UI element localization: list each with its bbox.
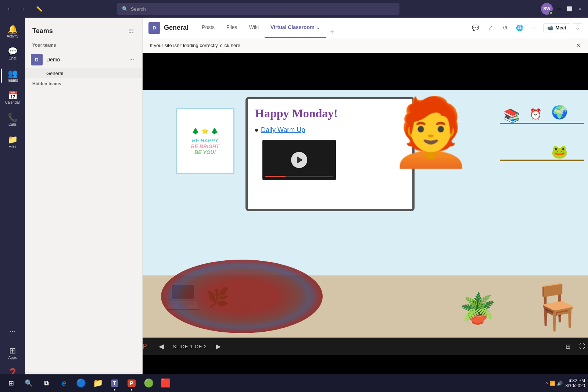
more-actions-button[interactable]: ···	[528, 22, 540, 34]
sidebar-label-teams: Teams	[7, 78, 18, 82]
banner-close-button[interactable]: ✕	[576, 42, 581, 49]
slideshow-container: 🌲 ⭐ 🌲 BE HAPPY BE BRIGHT BE YOU! Happy M…	[143, 53, 588, 392]
shelf-area: 📚 ⏰ 🌍 🐸	[496, 90, 588, 185]
next-slide-button[interactable]: ▶	[213, 341, 224, 352]
close-button[interactable]: ✕	[576, 5, 584, 13]
taskbar-app-explorer[interactable]: 📁	[90, 375, 106, 391]
sidebar-item-teams[interactable]: 👥 Teams	[1, 65, 24, 87]
avatar[interactable]: SW	[541, 3, 553, 15]
tab-posts[interactable]: Posts	[196, 18, 220, 38]
tab-files[interactable]: Files	[220, 18, 243, 38]
character-emoji: 🧑‍🦰	[390, 95, 472, 169]
tab-posts-label: Posts	[202, 24, 215, 30]
taskbar-app-red[interactable]: 🟥	[157, 375, 173, 391]
edit-button[interactable]: ✏️	[34, 4, 44, 14]
files-icon: 📁	[8, 136, 18, 144]
maximize-button[interactable]: ⬜	[566, 5, 573, 13]
task-view-icon: ⧉	[44, 379, 49, 387]
sidebar-item-chat[interactable]: 💬 Chat	[1, 43, 24, 65]
teams-active-dot	[114, 389, 115, 391]
books-icon: 📚	[503, 108, 520, 124]
teams-taskbar-icon: T	[111, 379, 119, 387]
be-happy-line1: BE HAPPY	[192, 138, 218, 143]
tree-icon-2: 🌲	[211, 128, 218, 135]
start-icon: ⊞	[8, 379, 14, 387]
plant-area: 🪴	[459, 291, 496, 326]
web-button[interactable]: 🌐	[514, 22, 526, 34]
forward-button[interactable]: →	[18, 4, 28, 14]
start-button[interactable]: ⊞	[3, 375, 19, 391]
meet-label: Meet	[555, 25, 566, 31]
rug	[161, 260, 323, 333]
slideshow-controls: P ◀ SLIDE 1 OF 2 ▶ ⊞ ⛶	[143, 338, 588, 355]
taskbar-app-chrome[interactable]: 🔵	[73, 375, 89, 391]
sidebar-label-calls: Calls	[8, 122, 17, 126]
more-icon: ···	[10, 327, 15, 335]
sidebar-label-activity: Activity	[7, 34, 18, 38]
network-icon[interactable]: 📶	[549, 381, 555, 386]
taskbar-time[interactable]: 6:32 PM 8/10/2020	[566, 378, 585, 388]
taskbar-app-green[interactable]: 🟢	[140, 375, 157, 391]
chat-icon: 💬	[8, 47, 18, 56]
system-tray: ^ 📶 🔊	[546, 381, 563, 386]
be-happy-line2: BE BRIGHT	[191, 143, 219, 149]
site-banner: If your site isn't loading correctly, cl…	[143, 38, 588, 53]
taskbar-app-edge[interactable]: e	[56, 375, 72, 391]
task-view-button[interactable]: ⧉	[38, 375, 54, 391]
red-app-icon: 🟥	[161, 378, 171, 388]
whiteboard: Happy Monday! Daily Warm Up	[245, 97, 415, 211]
play-button[interactable]	[291, 152, 307, 168]
taskbar-apps: e 🔵 📁 T P 🟢 🟥	[56, 375, 173, 391]
meet-button[interactable]: 📹 Meet	[543, 23, 570, 32]
search-bar: 🔍	[117, 3, 399, 15]
fullscreen-button[interactable]: ⛶	[576, 342, 588, 352]
filter-icon: ☷	[129, 28, 134, 35]
app-container: 🔔 Activity 💬 Chat 👥 Teams 📅 Calendar 📞 C…	[0, 0, 588, 392]
back-button[interactable]: ←	[4, 4, 15, 14]
add-tab-button[interactable]: +	[326, 26, 338, 38]
bullet-dot	[255, 129, 258, 132]
taskbar-left: ⊞ 🔍 ⧉	[3, 375, 54, 391]
taskbar: ⊞ 🔍 ⧉ e 🔵 📁 T P 🟢 🟥	[0, 374, 588, 392]
meet-dropdown-button[interactable]: ⌄	[573, 23, 582, 32]
sidebar-item-activity[interactable]: 🔔 Activity	[1, 21, 24, 43]
daily-warm-link[interactable]: Daily Warm Up	[261, 126, 305, 134]
slide-view-button[interactable]: ⊞	[563, 342, 573, 352]
powerpoint-icon: P	[143, 343, 147, 350]
tab-virtual-classroom[interactable]: Virtual Classroom ⌄	[265, 18, 326, 38]
taskbar-search-button[interactable]: 🔍	[21, 375, 37, 391]
video-thumbnail[interactable]	[262, 140, 336, 180]
edge-icon: e	[62, 378, 66, 388]
taskbar-app-powerpoint[interactable]: P	[123, 375, 140, 391]
sidebar-item-calls[interactable]: 📞 Calls	[1, 109, 24, 131]
filter-button[interactable]: ☷	[126, 26, 136, 36]
sidebar-item-more[interactable]: ···	[1, 320, 24, 342]
taskbar-app-teams[interactable]: T	[107, 375, 123, 391]
video-progress-fill	[265, 176, 286, 177]
team-item-demo[interactable]: D Demo ···	[25, 51, 142, 68]
teams-icon: 👥	[8, 70, 18, 78]
channel-item-general[interactable]: General	[25, 68, 142, 78]
calendar-icon: 📅	[8, 92, 18, 100]
expand-button[interactable]: ⤢	[484, 22, 496, 34]
tray-arrow-icon[interactable]: ^	[546, 381, 548, 386]
refresh-button[interactable]: ↺	[499, 22, 511, 34]
team-more-demo[interactable]: ···	[127, 56, 136, 64]
date-display: 8/10/2020	[566, 383, 585, 388]
expand-icon: ⤢	[488, 24, 493, 31]
sidebar-item-files[interactable]: 📁 Files	[1, 131, 24, 153]
meet-chevron-icon: ⌄	[576, 25, 580, 31]
prev-slide-button[interactable]: ◀	[156, 341, 167, 352]
sidebar-item-calendar[interactable]: 📅 Calendar	[1, 87, 24, 109]
tab-wiki[interactable]: Wiki	[243, 18, 265, 38]
search-input[interactable]	[131, 6, 395, 12]
apps-icon: ⊞	[9, 347, 16, 355]
chrome-icon: 🔵	[76, 378, 86, 388]
teams-panel-title: Teams	[32, 27, 53, 35]
sidebar-item-apps[interactable]: ⊞ Apps	[1, 342, 24, 364]
chat-action-button[interactable]: 💬	[470, 22, 481, 34]
avatar-status	[549, 11, 553, 15]
minimize-button[interactable]: —	[556, 5, 563, 13]
channel-name-general: General	[46, 71, 63, 76]
speaker-icon[interactable]: 🔊	[557, 381, 563, 386]
